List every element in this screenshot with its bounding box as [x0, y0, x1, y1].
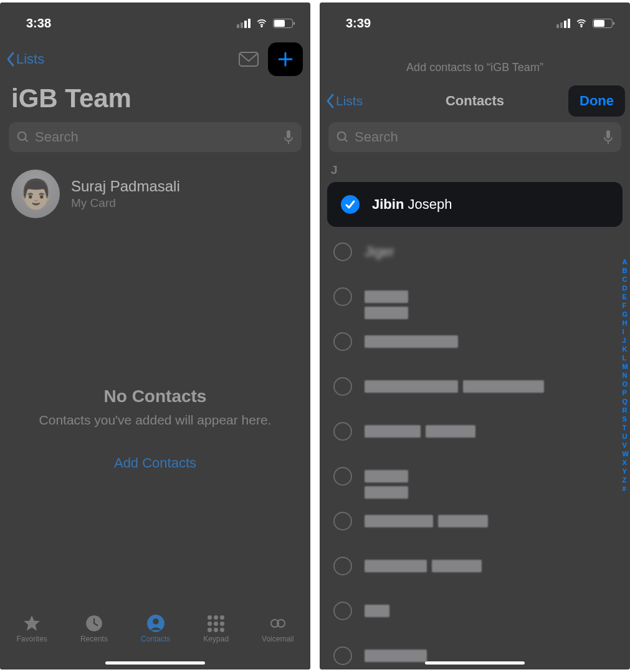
svg-rect-1 — [239, 52, 258, 66]
tab-contacts[interactable]: Contacts — [141, 615, 170, 643]
index-letter[interactable]: H — [623, 319, 629, 327]
index-letter[interactable]: L — [623, 354, 629, 362]
status-bar: 3:39 — [320, 2, 630, 37]
checkbox-unchecked-icon[interactable] — [333, 467, 352, 486]
contact-row-selected[interactable]: Jibin Joseph — [327, 182, 623, 227]
checkbox-unchecked-icon[interactable] — [333, 602, 352, 620]
cellular-signal-icon — [556, 19, 570, 28]
checkbox-checked-icon[interactable] — [341, 195, 360, 214]
index-letter[interactable]: Y — [623, 468, 629, 475]
sheet-prompt: Add contacts to “iGB Team” — [320, 37, 630, 82]
svg-point-13 — [338, 132, 346, 140]
tab-voicemail[interactable]: Voicemail — [262, 615, 294, 643]
index-letter[interactable]: M — [623, 363, 629, 370]
checkbox-unchecked-icon[interactable] — [333, 512, 352, 530]
checkbox-unchecked-icon[interactable] — [333, 242, 352, 261]
index-letter[interactable]: U — [623, 433, 629, 440]
search-field[interactable]: Search — [328, 122, 621, 152]
checkbox-unchecked-icon[interactable] — [333, 422, 352, 441]
index-letter[interactable]: B — [623, 267, 629, 274]
contact-name-blurred — [365, 515, 488, 527]
alphabet-index[interactable]: ABCDEFGHIJKLMNOPQRSTUVWXYZ# — [623, 258, 629, 492]
contact-row[interactable] — [320, 274, 630, 319]
microphone-icon[interactable] — [283, 130, 294, 145]
index-letter[interactable]: R — [623, 406, 629, 414]
home-indicator[interactable] — [425, 661, 525, 665]
contact-row[interactable] — [320, 409, 630, 454]
index-letter[interactable]: W — [623, 450, 629, 458]
contact-name-blurred: Jiger — [365, 244, 394, 260]
contact-row[interactable] — [320, 454, 630, 499]
index-letter[interactable]: Q — [623, 398, 629, 405]
index-letter[interactable]: C — [623, 276, 629, 283]
avatar: 👨🏻 — [11, 170, 60, 218]
chevron-left-icon — [325, 92, 336, 110]
tab-keypad[interactable]: Keypad — [203, 615, 229, 643]
tab-favorites[interactable]: Favorites — [17, 615, 47, 643]
contact-row[interactable] — [320, 319, 630, 364]
tab-recents[interactable]: Recents — [80, 615, 108, 643]
back-button[interactable]: Lists — [5, 50, 44, 68]
index-letter[interactable]: F — [623, 302, 629, 309]
search-field[interactable]: Search — [9, 122, 302, 152]
nav-title: Contacts — [446, 93, 504, 109]
index-letter[interactable]: K — [623, 345, 629, 353]
add-contact-button[interactable] — [268, 42, 303, 76]
mail-icon[interactable] — [238, 51, 259, 67]
index-letter[interactable]: # — [623, 485, 629, 492]
index-letter[interactable]: I — [623, 328, 629, 335]
contact-name-blurred — [365, 650, 427, 662]
empty-state: No Contacts Contacts you've added will a… — [0, 386, 310, 471]
person-icon — [146, 615, 165, 632]
index-letter[interactable]: G — [623, 310, 629, 318]
microphone-icon[interactable] — [603, 130, 614, 145]
contact-first-name: Jibin — [372, 196, 404, 212]
contact-row[interactable]: Jiger — [320, 229, 630, 274]
search-placeholder: Search — [35, 129, 283, 145]
index-letter[interactable]: O — [623, 380, 629, 388]
index-letter[interactable]: N — [623, 372, 629, 379]
battery-icon — [273, 19, 293, 28]
contact-row[interactable] — [320, 588, 630, 633]
status-time: 3:38 — [26, 16, 51, 31]
tab-label: Contacts — [141, 635, 170, 643]
tab-label: Keypad — [203, 635, 229, 643]
index-letter[interactable]: E — [623, 293, 629, 300]
tab-label: Favorites — [17, 635, 47, 643]
chevron-left-icon — [5, 50, 16, 68]
my-card[interactable]: 👨🏻 Suraj Padmasali My Card — [0, 152, 310, 224]
status-time: 3:39 — [346, 16, 371, 31]
checkbox-unchecked-icon[interactable] — [333, 332, 352, 351]
contact-row[interactable] — [320, 364, 630, 409]
section-header: J — [320, 152, 630, 180]
checkbox-unchecked-icon[interactable] — [333, 557, 352, 575]
clock-icon — [85, 615, 103, 632]
contact-row[interactable] — [320, 499, 630, 544]
index-letter[interactable]: D — [623, 284, 629, 292]
back-button[interactable]: Lists — [325, 92, 363, 110]
svg-point-11 — [153, 618, 159, 625]
svg-point-12 — [581, 26, 582, 27]
index-letter[interactable]: X — [623, 459, 629, 466]
index-letter[interactable]: Z — [623, 476, 629, 484]
contact-row[interactable] — [320, 544, 630, 588]
contact-name-blurred — [365, 335, 458, 348]
home-indicator[interactable] — [105, 661, 205, 665]
contact-name-blurred — [365, 380, 544, 393]
index-letter[interactable]: T — [623, 424, 629, 431]
tab-label: Recents — [80, 635, 108, 643]
status-right — [237, 17, 293, 29]
wifi-icon — [255, 17, 269, 29]
index-letter[interactable]: P — [623, 389, 629, 396]
index-letter[interactable]: A — [623, 258, 629, 266]
checkbox-unchecked-icon[interactable] — [333, 646, 352, 665]
done-button[interactable]: Done — [568, 85, 625, 117]
index-letter[interactable]: S — [623, 415, 629, 423]
tab-label: Voicemail — [262, 635, 294, 643]
add-contacts-link[interactable]: Add Contacts — [114, 455, 196, 471]
battery-icon — [593, 19, 613, 28]
index-letter[interactable]: J — [623, 337, 629, 344]
checkbox-unchecked-icon[interactable] — [333, 377, 352, 396]
index-letter[interactable]: V — [623, 441, 629, 449]
checkbox-unchecked-icon[interactable] — [333, 287, 352, 306]
